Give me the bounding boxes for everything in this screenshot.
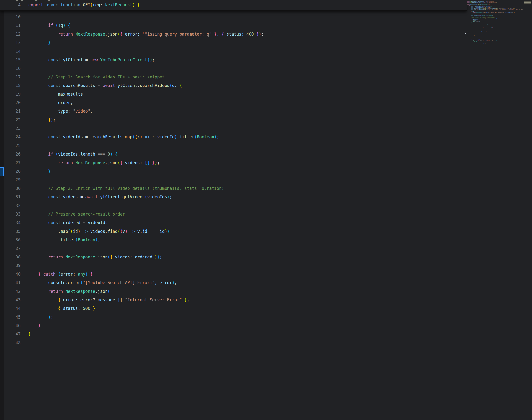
line-number[interactable]: 42 xyxy=(0,287,21,296)
vertical-scrollbar[interactable] xyxy=(523,0,532,420)
line-number[interactable]: 37 xyxy=(0,244,21,253)
indent-guide xyxy=(48,261,48,270)
sticky-scroll-bar[interactable]: 4 export async function GET(req: NextReq… xyxy=(0,0,467,11)
code-text: return NextResponse.json({ videos: order… xyxy=(28,253,162,261)
code-line[interactable]: 21 type: "video", xyxy=(0,107,467,116)
line-number[interactable]: 32 xyxy=(0,202,21,210)
code-line[interactable]: 15 const ytClient = new YouTubePublicCli… xyxy=(0,56,467,64)
code-line[interactable]: 33 // Preserve search-result order xyxy=(0,210,467,218)
code-text: } xyxy=(28,321,41,330)
code-line[interactable]: 43 { error: error?.message || "Internal … xyxy=(0,296,467,304)
code-text: // Step 1: Search for video IDs + basic … xyxy=(28,73,165,81)
sticky-line-code: export async function GET(req: NextReque… xyxy=(28,1,140,9)
line-number[interactable]: 30 xyxy=(0,184,21,193)
code-line[interactable]: 28 } xyxy=(0,167,467,176)
code-line[interactable]: 29 xyxy=(0,176,467,184)
line-number[interactable]: 48 xyxy=(0,339,21,347)
code-line[interactable]: 37 xyxy=(0,244,467,253)
line-number[interactable]: 46 xyxy=(0,321,21,330)
line-number[interactable]: 19 xyxy=(0,90,21,99)
code-line[interactable]: 32 xyxy=(0,202,467,210)
line-number[interactable]: 25 xyxy=(0,141,21,150)
clipped-glyph-fragment xyxy=(21,0,23,1)
code-line[interactable]: 41 console.error("[YouTube Search API] E… xyxy=(0,279,467,287)
code-line[interactable]: 25 xyxy=(0,141,467,150)
code-line[interactable]: 12 return NextResponse.json({ error: "Mi… xyxy=(0,30,467,39)
code-line[interactable]: 31 const videos = await ytClient.getVide… xyxy=(0,193,467,201)
line-number[interactable]: 16 xyxy=(0,64,21,73)
code-line[interactable]: 36 .filter(Boolean); xyxy=(0,236,467,244)
line-number[interactable]: 20 xyxy=(0,99,21,107)
code-line[interactable]: 22 }); xyxy=(0,116,467,124)
sticky-line[interactable]: 4 export async function GET(req: NextReq… xyxy=(0,1,467,9)
code-text: .map((id) => videos.find((v) => v.id ===… xyxy=(28,227,170,236)
code-line[interactable]: 11 if (!q) { xyxy=(0,21,467,30)
line-number[interactable]: 39 xyxy=(0,261,21,270)
line-number[interactable]: 38 xyxy=(0,253,21,261)
code-text: type: "video", xyxy=(28,107,93,116)
code-line[interactable]: 45 ); xyxy=(0,313,467,321)
line-number[interactable]: 14 xyxy=(0,47,21,56)
code-line[interactable]: 18 const searchResults = await ytClient.… xyxy=(0,81,467,90)
code-line[interactable]: 47} xyxy=(0,330,467,338)
code-line[interactable]: 17 // Step 1: Search for video IDs + bas… xyxy=(0,73,467,81)
line-number[interactable]: 43 xyxy=(0,296,21,304)
code-line[interactable]: 34 const ordered = videoIds xyxy=(0,218,467,227)
code-line[interactable]: 26 if (videoIds.length === 0) { xyxy=(0,150,467,158)
code-line[interactable]: 20 order, xyxy=(0,99,467,107)
code-text: return NextResponse.json({ error: "Missi… xyxy=(28,30,264,39)
indent-guide xyxy=(38,13,39,21)
code-line[interactable]: 40 } catch (error: any) { xyxy=(0,270,467,279)
minimap[interactable]: import { NextRequest, NextResponse } fro… xyxy=(467,1,523,52)
line-number[interactable]: 26 xyxy=(0,150,21,158)
line-number[interactable]: 29 xyxy=(0,176,21,184)
code-line[interactable]: 46 } xyxy=(0,321,467,330)
line-number[interactable]: 24 xyxy=(0,133,21,141)
line-number[interactable]: 33 xyxy=(0,210,21,218)
code-line[interactable]: 13 } xyxy=(0,39,467,47)
code-line[interactable]: 27 return NextResponse.json({ videos: []… xyxy=(0,159,467,167)
code-text: { status: 500 } xyxy=(28,304,95,313)
line-number[interactable]: 45 xyxy=(0,313,21,321)
code-line[interactable]: 10 xyxy=(0,13,467,21)
code-line[interactable]: 30 // Step 2: Enrich with full video det… xyxy=(0,184,467,193)
line-number[interactable]: 34 xyxy=(0,218,21,227)
indent-guide xyxy=(38,176,39,184)
clipped-glyph-fragment xyxy=(48,0,50,1)
minimap-line xyxy=(467,47,523,48)
code-content: 1011 if (!q) {12 return NextResponse.jso… xyxy=(0,13,467,347)
line-number[interactable]: 36 xyxy=(0,236,21,244)
line-number[interactable]: 40 xyxy=(0,270,21,279)
scrollbar-thumb[interactable] xyxy=(524,1,531,4)
code-line[interactable]: 39 xyxy=(0,261,467,270)
code-line[interactable]: 14 xyxy=(0,47,467,56)
line-number[interactable]: 35 xyxy=(0,227,21,236)
code-text: } xyxy=(28,39,51,47)
indent-guide xyxy=(48,64,48,73)
code-line[interactable]: 16 xyxy=(0,64,467,73)
code-text: } catch (error: any) { xyxy=(28,270,93,279)
line-number[interactable]: 18 xyxy=(0,81,21,90)
line-number[interactable]: 41 xyxy=(0,279,21,287)
line-number[interactable]: 22 xyxy=(0,116,21,124)
code-text: if (videoIds.length === 0) { xyxy=(28,150,118,158)
indent-guide xyxy=(48,13,48,21)
code-text: } xyxy=(28,330,31,338)
line-number[interactable]: 21 xyxy=(0,107,21,116)
code-line[interactable]: 23 xyxy=(0,124,467,133)
line-number[interactable]: 23 xyxy=(0,124,21,133)
line-number[interactable]: 13 xyxy=(0,39,21,47)
line-number[interactable]: 15 xyxy=(0,56,21,64)
code-line[interactable]: 44 { status: 500 } xyxy=(0,304,467,313)
code-line[interactable]: 48 xyxy=(0,339,467,347)
code-line[interactable]: 42 return NextResponse.json( xyxy=(0,287,467,296)
code-line[interactable]: 35 .map((id) => videos.find((v) => v.id … xyxy=(0,227,467,236)
line-number[interactable]: 27 xyxy=(0,159,21,167)
line-number[interactable]: 17 xyxy=(0,73,21,81)
line-number[interactable]: 44 xyxy=(0,304,21,313)
code-line[interactable]: 24 const videoIds = searchResults.map((r… xyxy=(0,133,467,141)
code-line[interactable]: 38 return NextResponse.json({ videos: or… xyxy=(0,253,467,261)
line-number[interactable]: 47 xyxy=(0,330,21,338)
code-line[interactable]: 19 maxResults, xyxy=(0,90,467,99)
line-number[interactable]: 31 xyxy=(0,193,21,201)
